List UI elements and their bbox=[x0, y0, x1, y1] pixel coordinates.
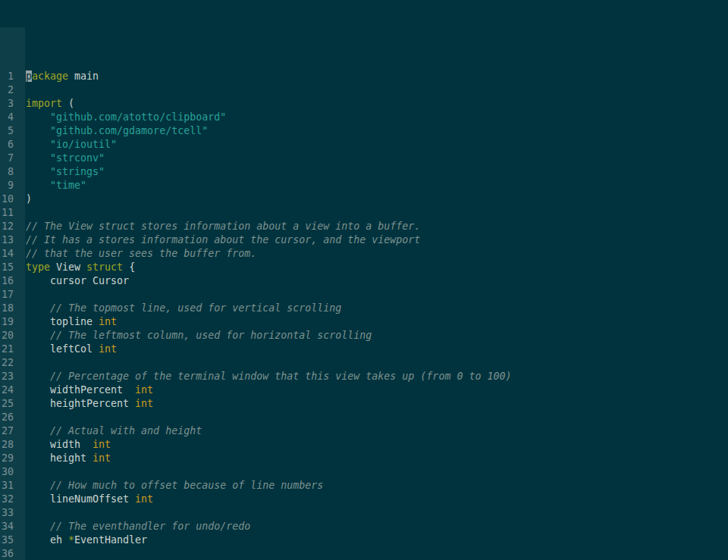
line-number: 27 bbox=[0, 424, 25, 438]
code-text: "github.com/gdamore/tcell" bbox=[26, 125, 208, 136]
line-number: 15 bbox=[0, 261, 25, 274]
code-line[interactable]: 7 "strconv" bbox=[0, 152, 728, 165]
code-line[interactable]: 12// The View struct stores information … bbox=[0, 220, 728, 233]
line-number: 19 bbox=[0, 315, 25, 329]
code-text: // How much to offset because of line nu… bbox=[26, 480, 323, 491]
code-text: // The topmost line, used for vertical s… bbox=[26, 302, 341, 314]
code-line[interactable]: 2 bbox=[0, 83, 728, 97]
line-number: 28 bbox=[0, 438, 25, 452]
line-number: 7 bbox=[0, 152, 25, 165]
line-number: 1 bbox=[0, 70, 25, 83]
line-number: 30 bbox=[0, 465, 25, 479]
code-text: "github.com/atotto/clipboard" bbox=[26, 111, 226, 123]
line-number: 3 bbox=[0, 97, 25, 111]
code-text: package main bbox=[26, 70, 99, 82]
code-text: ) bbox=[26, 193, 32, 205]
code-text: eh *EventHandler bbox=[26, 534, 147, 546]
code-text: lineNumOffset int bbox=[26, 493, 153, 505]
code-line[interactable]: 28 width int bbox=[0, 438, 728, 452]
code-line[interactable]: 30 bbox=[0, 465, 728, 479]
line-number: 29 bbox=[0, 452, 25, 465]
code-line[interactable]: 24 widthPercent int bbox=[0, 383, 728, 397]
code-line[interactable]: 9 "time" bbox=[0, 179, 728, 192]
code-line[interactable]: 10) bbox=[0, 192, 728, 206]
text-editor-window: 1package main23import (4 "github.com/ato… bbox=[0, 0, 728, 560]
line-number: 9 bbox=[0, 179, 25, 192]
code-text: "time" bbox=[26, 180, 86, 191]
code-line[interactable]: 13// It has a stores information about t… bbox=[0, 233, 728, 247]
code-line[interactable]: 14// that the user sees the buffer from. bbox=[0, 247, 728, 261]
line-number: 26 bbox=[0, 411, 25, 424]
code-line[interactable]: 3import ( bbox=[0, 97, 728, 111]
line-number: 22 bbox=[0, 356, 25, 370]
code-line[interactable]: 18 // The topmost line, used for vertica… bbox=[0, 302, 728, 315]
code-line[interactable]: 1package main bbox=[0, 70, 728, 83]
code-text: height int bbox=[26, 452, 111, 464]
code-line[interactable]: 22 bbox=[0, 356, 728, 370]
code-line[interactable]: 36 bbox=[0, 547, 728, 560]
code-text: topline int bbox=[26, 316, 117, 327]
code-text: import ( bbox=[26, 98, 74, 109]
code-line[interactable]: 5 "github.com/gdamore/tcell" bbox=[0, 124, 728, 138]
code-line[interactable]: 26 bbox=[0, 411, 728, 424]
code-line[interactable]: 29 height int bbox=[0, 452, 728, 465]
code-text: heightPercent int bbox=[26, 398, 153, 409]
code-line[interactable]: 19 topline int bbox=[0, 315, 728, 329]
code-text: // The leftmost column, used for horizon… bbox=[26, 330, 372, 341]
line-number: 20 bbox=[0, 329, 25, 343]
line-number: 6 bbox=[0, 138, 25, 152]
line-number: 23 bbox=[0, 370, 25, 383]
code-line[interactable]: 27 // Actual with and height bbox=[0, 424, 728, 438]
line-number: 2 bbox=[0, 83, 25, 97]
code-line[interactable]: 32 lineNumOffset int bbox=[0, 493, 728, 506]
code-text: // It has a stores information about the… bbox=[26, 234, 420, 246]
code-area[interactable]: 1package main23import (4 "github.com/ato… bbox=[0, 27, 728, 560]
code-line[interactable]: 34 // The eventhandler for undo/redo bbox=[0, 520, 728, 533]
line-number: 13 bbox=[0, 233, 25, 247]
code-line[interactable]: 21 leftCol int bbox=[0, 343, 728, 356]
code-line[interactable]: 20 // The leftmost column, used for hori… bbox=[0, 329, 728, 343]
line-number: 25 bbox=[0, 397, 25, 411]
code-text: widthPercent int bbox=[26, 384, 153, 396]
line-number: 34 bbox=[0, 520, 25, 533]
line-number: 12 bbox=[0, 220, 25, 233]
line-number: 33 bbox=[0, 506, 25, 520]
code-line[interactable]: 4 "github.com/atotto/clipboard" bbox=[0, 111, 728, 124]
line-number: 24 bbox=[0, 383, 25, 397]
code-text: // The eventhandler for undo/redo bbox=[26, 521, 250, 532]
code-line[interactable]: 25 heightPercent int bbox=[0, 397, 728, 411]
code-line[interactable]: 15type View struct { bbox=[0, 261, 728, 274]
line-number: 10 bbox=[0, 192, 25, 206]
code-text: cursor Cursor bbox=[26, 275, 129, 286]
code-line[interactable]: 16 cursor Cursor bbox=[0, 274, 728, 288]
code-line[interactable]: 35 eh *EventHandler bbox=[0, 533, 728, 547]
line-number: 36 bbox=[0, 547, 25, 560]
code-line[interactable]: 23 // Percentage of the terminal window … bbox=[0, 370, 728, 383]
code-text: width int bbox=[26, 439, 111, 450]
line-number: 5 bbox=[0, 124, 25, 138]
code-line[interactable]: 11 bbox=[0, 206, 728, 220]
line-number: 35 bbox=[0, 533, 25, 547]
code-text: "strconv" bbox=[26, 152, 105, 164]
line-number: 21 bbox=[0, 343, 25, 356]
code-line[interactable]: 6 "io/ioutil" bbox=[0, 138, 728, 152]
text-cursor: p bbox=[26, 70, 32, 82]
line-number: 14 bbox=[0, 247, 25, 261]
code-line[interactable]: 8 "strings" bbox=[0, 165, 728, 179]
code-text: type View struct { bbox=[26, 261, 135, 273]
line-number: 16 bbox=[0, 274, 25, 288]
code-text: // Actual with and height bbox=[26, 425, 202, 436]
code-text: "io/ioutil" bbox=[26, 139, 117, 150]
line-number: 31 bbox=[0, 479, 25, 493]
code-line[interactable]: 17 bbox=[0, 288, 728, 302]
code-text: // Percentage of the terminal window tha… bbox=[26, 371, 511, 382]
line-number: 32 bbox=[0, 493, 25, 506]
line-number: 4 bbox=[0, 111, 25, 124]
code-line[interactable]: 31 // How much to offset because of line… bbox=[0, 479, 728, 493]
line-number: 17 bbox=[0, 288, 25, 302]
code-line[interactable]: 33 bbox=[0, 506, 728, 520]
code-text: // The View struct stores information ab… bbox=[26, 221, 420, 232]
code-text: // that the user sees the buffer from. bbox=[26, 248, 256, 259]
line-number: 18 bbox=[0, 302, 25, 315]
code-text: leftCol int bbox=[26, 343, 117, 355]
